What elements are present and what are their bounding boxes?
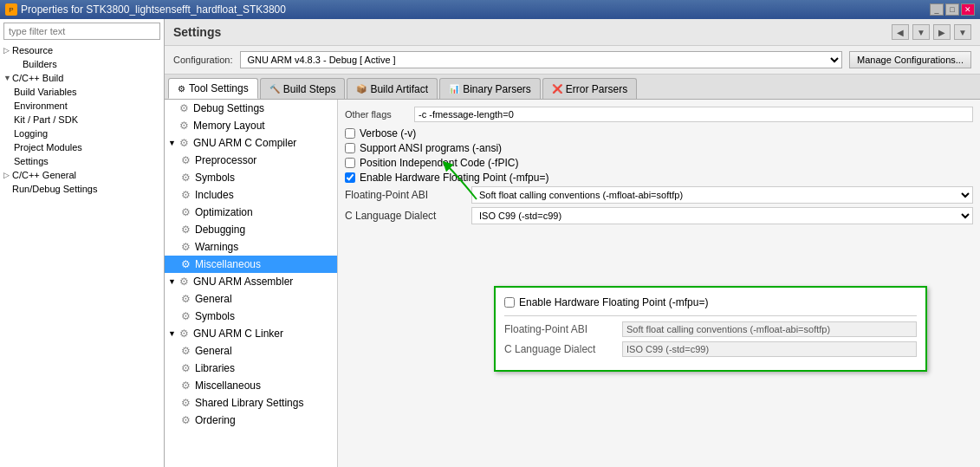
sidebar-item-settings[interactable]: Settings	[0, 154, 164, 168]
maximize-button[interactable]: □	[945, 3, 959, 16]
stree-label: Preprocessor	[195, 154, 256, 166]
close-button[interactable]: ✕	[961, 3, 975, 16]
stree-gnu-arm-c-compiler[interactable]: ▼ ⚙ GNU ARM C Compiler	[165, 134, 337, 152]
tab-build-artifact[interactable]: 📦 Build Artifact	[347, 78, 438, 99]
sidebar-item-label: C/C++ Build	[12, 73, 63, 83]
stree-miscellaneous[interactable]: ⚙ Miscellaneous	[165, 256, 337, 273]
nav-dropdown-button[interactable]: ▼	[912, 24, 930, 40]
titlebar-title: Properties for STK3800_lightsensefft_har…	[21, 3, 286, 16]
config-select[interactable]: GNU ARM v4.8.3 - Debug [ Active ]	[240, 51, 843, 68]
nav-fwd-button[interactable]: ▶	[933, 24, 951, 40]
stree-linker-general[interactable]: ⚙ General	[165, 342, 337, 360]
popup-hw-float-checkbox[interactable]	[504, 297, 515, 308]
verbose-row: Verbose (-v)	[345, 127, 973, 139]
stree-ordering[interactable]: ⚙ Ordering	[165, 412, 337, 429]
tab-error-parsers[interactable]: ❌ Error Parsers	[542, 78, 637, 99]
stree-label: Optimization	[195, 206, 253, 218]
stree-includes[interactable]: ⚙ Includes	[165, 186, 337, 204]
stree-assembler-general[interactable]: ⚙ General	[165, 290, 337, 308]
sidebar-item-cpp-general[interactable]: ▷ C/C++ General	[0, 168, 164, 182]
sidebar-item-label: Kit / Part / SDK	[14, 114, 78, 125]
stree-debugging[interactable]: ⚙ Debugging	[165, 221, 337, 238]
verbose-checkbox[interactable]	[345, 128, 355, 139]
other-flags-input[interactable]	[414, 107, 973, 122]
tooltip-popup: Enable Hardware Floating Point (-mfpu=) …	[494, 286, 927, 372]
stree-label: Miscellaneous	[195, 379, 261, 392]
filter-input[interactable]	[3, 23, 160, 40]
stree-linker-miscellaneous[interactable]: ⚙ Miscellaneous	[165, 377, 337, 394]
ansi-checkbox[interactable]	[345, 143, 355, 153]
hw-float-row: Enable Hardware Floating Point (-mfpu=)	[345, 172, 973, 184]
popup-divider	[504, 315, 917, 316]
sidebar-item-kit-part-sdk[interactable]: Kit / Part / SDK	[0, 113, 164, 126]
sidebar-item-project-modules[interactable]: Project Modules	[0, 140, 164, 154]
sidebar-item-build-variables[interactable]: Build Variables	[0, 85, 164, 99]
stree-label: Includes	[195, 189, 234, 201]
stree-gnu-arm-assembler[interactable]: ▼ ⚙ GNU ARM Assembler	[165, 273, 337, 290]
build-steps-icon: 🔨	[269, 84, 280, 94]
hw-float-checkbox[interactable]	[345, 172, 355, 183]
stree-label: GNU ARM Assembler	[193, 276, 293, 288]
config-label: Configuration:	[173, 55, 233, 65]
stree-label: Debug Settings	[193, 102, 264, 114]
sidebar-item-builders[interactable]: Builders	[0, 57, 164, 71]
stree-optimization[interactable]: ⚙ Optimization	[165, 204, 337, 221]
c-lang-label: C Language Dialect	[345, 210, 466, 222]
stree-debug-settings[interactable]: ⚙ Debug Settings	[165, 100, 337, 117]
stree-warnings[interactable]: ⚙ Warnings	[165, 238, 337, 256]
stree-memory-layout[interactable]: ⚙ Memory Layout	[165, 117, 337, 134]
stree-symbols[interactable]: ⚙ Symbols	[165, 169, 337, 186]
expand-arrow: ▼	[168, 139, 177, 147]
nav-back-button[interactable]: ◀	[892, 24, 909, 40]
gear-icon: ⚙	[178, 257, 192, 271]
popup-hw-float-label: Enable Hardware Floating Point (-mfpu=)	[519, 296, 708, 308]
stree-linker-libraries[interactable]: ⚙ Libraries	[165, 360, 337, 377]
sidebar-item-run-debug[interactable]: Run/Debug Settings	[0, 182, 164, 196]
c-lang-select[interactable]: ISO C99 (-std=c99)	[471, 207, 973, 224]
sidebar-item-label: Build Variables	[14, 87, 77, 97]
stree-preprocessor[interactable]: ⚙ Preprocessor	[165, 152, 337, 169]
sidebar-item-logging[interactable]: Logging	[0, 126, 164, 140]
gear-icon: ⚙	[178, 344, 192, 358]
stree-gnu-arm-c-linker[interactable]: ▼ ⚙ GNU ARM C Linker	[165, 325, 337, 342]
stree-label: Ordering	[195, 414, 236, 426]
tab-tool-settings[interactable]: ⚙ Tool Settings	[168, 78, 258, 99]
nav-fwd-dropdown-button[interactable]: ▼	[954, 24, 971, 40]
gear-icon: ⚙	[177, 101, 191, 115]
stree-label: Shared Library Settings	[195, 397, 303, 409]
pic-checkbox[interactable]	[345, 158, 355, 168]
expand-arrow: ▷	[3, 46, 12, 55]
stree-assembler-symbols[interactable]: ⚙ Symbols	[165, 308, 337, 325]
sidebar-item-label: Run/Debug Settings	[12, 184, 97, 194]
gear-icon: ⚙	[178, 309, 192, 323]
stree-label: Miscellaneous	[195, 258, 261, 270]
stree-label: Warnings	[195, 241, 238, 253]
stree-label: General	[195, 345, 232, 357]
gear-icon: ⚙	[178, 223, 192, 237]
sidebar-item-label: Resource	[12, 45, 53, 55]
stree-shared-library-settings[interactable]: ⚙ Shared Library Settings	[165, 394, 337, 412]
gear-icon: ⚙	[178, 413, 192, 427]
manage-configurations-button[interactable]: Manage Configurations...	[849, 51, 971, 68]
sidebar-item-cpp-build[interactable]: ▼ C/C++ Build	[0, 71, 164, 85]
fp-abi-select[interactable]: Soft float calling conventions (-mfloat-…	[471, 186, 973, 204]
tabs-container: ⚙ Tool Settings 🔨 Build Steps 📦 Build Ar…	[165, 75, 980, 100]
expand-arrow: ▼	[168, 329, 177, 338]
tree-container: ▷ Resource Builders ▼ C/C++ Build Build …	[0, 43, 164, 467]
stree-label: General	[195, 293, 232, 305]
tab-label: Build Steps	[283, 83, 336, 95]
popup-fp-abi-value	[622, 321, 917, 337]
tab-binary-parsers[interactable]: 📊 Binary Parsers	[439, 78, 541, 99]
sidebar-item-resource[interactable]: ▷ Resource	[0, 43, 164, 57]
tab-build-steps[interactable]: 🔨 Build Steps	[260, 78, 346, 99]
popup-fp-abi-row: Floating-Point ABI	[504, 321, 917, 337]
sidebar-item-label: Environment	[14, 101, 68, 111]
popup-c-lang-label: C Language Dialect	[504, 343, 617, 355]
minimize-button[interactable]: _	[930, 3, 944, 16]
titlebar: P Properties for STK3800_lightsensefft_h…	[0, 0, 980, 19]
gear-icon: ⚙	[177, 275, 191, 289]
c-lang-row: C Language Dialect ISO C99 (-std=c99)	[345, 207, 973, 224]
other-flags-row: Other flags	[345, 107, 973, 122]
tooltip-arrow	[442, 160, 485, 204]
sidebar-item-environment[interactable]: Environment	[0, 99, 164, 113]
